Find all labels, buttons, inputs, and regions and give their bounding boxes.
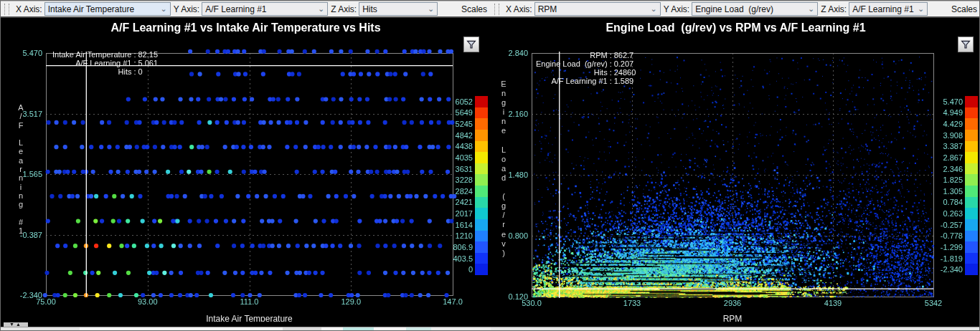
y-tick-label: 5.470	[1, 49, 42, 57]
x-tick-label: 1733	[623, 299, 641, 307]
readout-separator: :	[131, 67, 138, 76]
y-tick-label: 0.800	[491, 231, 528, 240]
colorbar-label: 403.5	[435, 254, 473, 263]
chevron-down-icon: ⌄	[318, 4, 324, 14]
funnel-icon	[466, 40, 476, 49]
colorbar-label: 0.784	[925, 198, 963, 206]
colorbar-label: 4.429	[925, 120, 963, 128]
x-tick-label: 75.00	[36, 297, 56, 306]
hidden-row-cell	[374, 327, 406, 331]
x-tick-label: 5342	[925, 299, 942, 307]
colorbar-segment	[475, 241, 488, 253]
colorbar-label: 6052	[435, 97, 473, 106]
chevron-down-icon: ⌄	[650, 4, 656, 14]
readout-label: Hits	[536, 68, 608, 77]
cursor-readout: Intake Air Temperature:82.15A/F Learning…	[52, 50, 158, 76]
readout-label: A/F Learning #1	[52, 59, 131, 67]
readout-value: 0	[138, 67, 158, 76]
chevron-down-icon: ⌄	[808, 4, 814, 14]
hidden-row-cell	[321, 327, 343, 331]
colorbar-segment	[965, 197, 978, 208]
colorbar-segment	[475, 118, 488, 130]
y-tick-label: 2.840	[491, 49, 528, 57]
readout-separator: :	[608, 59, 614, 68]
colorbar-segment	[475, 174, 488, 186]
x-tick-label: 530.0	[522, 299, 542, 307]
colorbar-label: 5.470	[925, 97, 963, 106]
colorbar-segment	[965, 96, 978, 107]
toolbar-grip-handle[interactable]	[4, 4, 9, 15]
readout-label: RPM	[536, 51, 608, 59]
readout-value: 1.589	[614, 77, 636, 85]
y-tick-label: 1.480	[491, 171, 528, 179]
hidden-row-cell	[283, 327, 321, 331]
readout-value: 862.7	[614, 51, 636, 59]
colorbar-label: 3631	[435, 165, 473, 173]
colorbar-label: 3228	[435, 176, 473, 184]
colorbar-label: -1.819	[925, 254, 963, 263]
hidden-row-cell	[343, 327, 374, 331]
readout-separator: :	[131, 59, 138, 67]
colorbar	[965, 96, 978, 275]
colorbar-label: 5649	[435, 108, 473, 117]
colorbar-label: 4035	[435, 153, 473, 162]
colorbar-segment	[475, 219, 488, 231]
colorbar-segment	[475, 264, 488, 275]
colorbar-label: -2.340	[925, 265, 963, 274]
bottom-strip-left: ▼▲	[1, 322, 491, 331]
readout-label: A/F Learning #1	[536, 77, 608, 85]
colorbar-label: 1.825	[925, 176, 963, 184]
colorbar-label: 2824	[435, 187, 473, 196]
y-axis-dropdown[interactable]: A/F Learning #1 ⌄	[202, 2, 328, 16]
readout-separator: :	[608, 51, 614, 59]
colorbar-segment	[475, 130, 488, 141]
hidden-row-strip	[491, 327, 980, 331]
hidden-row-strip	[1, 327, 491, 331]
panel-right: X Axis: RPM ⌄ Y Axis: Engine Load (g/rev…	[491, 1, 980, 331]
chart-title: Engine Load (g/rev) vs RPM vs A/F Learni…	[491, 21, 980, 34]
colorbar-segment	[965, 241, 978, 253]
colorbar-segment	[965, 107, 978, 119]
z-axis-dropdown[interactable]: A/F Learning #1 ⌄	[849, 2, 928, 16]
colorbar-segment	[965, 231, 978, 242]
chart-title: A/F Learning #1 vs Intake Air Temperatur…	[1, 21, 491, 34]
scales-button[interactable]: Scales	[461, 4, 487, 14]
colorbar-label: 4.949	[925, 108, 963, 117]
x-axis-dropdown[interactable]: Intake Air Temperature ⌄	[44, 2, 171, 16]
colorbar-segment	[965, 130, 978, 141]
readout-label: Hits	[52, 67, 131, 76]
colorbar-segment	[475, 96, 488, 107]
colorbar-label: 0.263	[925, 209, 963, 218]
colorbar-label: 4438	[435, 142, 473, 150]
colorbar-segment	[965, 219, 978, 231]
chevron-down-icon: ⌄	[918, 4, 924, 14]
z-axis-dropdown[interactable]: Hits ⌄	[359, 2, 438, 16]
x-tick-label: 129.0	[341, 297, 361, 306]
colorbar-segment	[965, 253, 978, 264]
x-axis-label: X Axis:	[506, 4, 532, 14]
colorbar-label: 1.305	[925, 187, 963, 196]
colorbar-label: 3.908	[925, 131, 963, 140]
colorbar-label: 3.387	[925, 142, 963, 150]
colorbar-segment	[965, 208, 978, 219]
filter-button[interactable]	[463, 37, 479, 52]
scales-button[interactable]: Scales	[951, 4, 977, 14]
x-tick-label: 147.0	[443, 297, 463, 306]
colorbar-label: 806.9	[435, 243, 473, 251]
toolbar-right: X Axis: RPM ⌄ Y Axis: Engine Load (g/rev…	[491, 1, 980, 18]
toolbar-grip-handle[interactable]	[494, 4, 499, 15]
colorbar-label: -1.299	[925, 243, 963, 251]
y-axis-label: Y Axis:	[174, 4, 199, 14]
chart-area-right: Engine Load (g/rev) vs RPM vs A/F Learni…	[491, 18, 980, 322]
colorbar-segment	[965, 264, 978, 275]
colorbar-segment	[475, 152, 488, 163]
y-axis-dropdown[interactable]: Engine Load (g/rev) ⌄	[692, 2, 818, 16]
readout-label: Engine Load (g/rev)	[536, 59, 608, 68]
x-axis-dropdown[interactable]: RPM ⌄	[534, 2, 661, 16]
colorbar-segment	[475, 253, 488, 264]
scatter-plot-app: X Axis: Intake Air Temperature ⌄ Y Axis:…	[0, 0, 980, 331]
colorbar-segment	[475, 231, 488, 242]
colorbar-label: 2.346	[925, 165, 963, 173]
colorbar-label: 2017	[435, 209, 473, 218]
filter-button[interactable]	[958, 37, 974, 52]
